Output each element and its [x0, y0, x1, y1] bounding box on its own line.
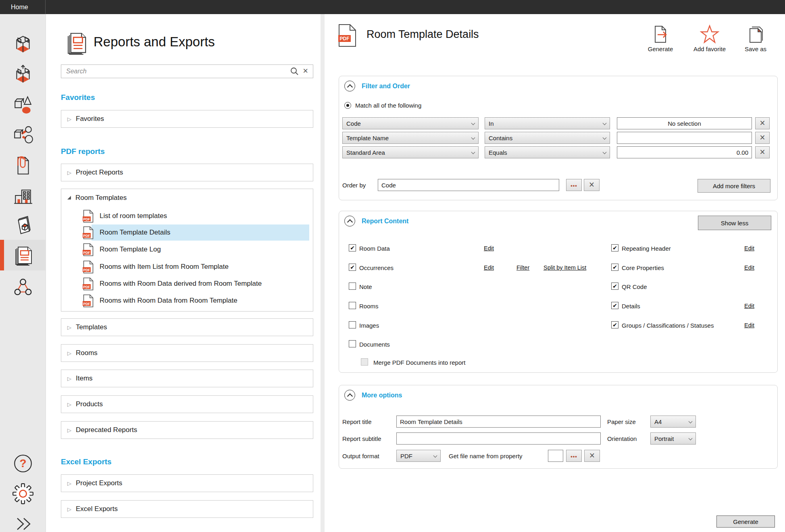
- reports-exports-panel: Reports and Exports × Favorites ▷ Favori…: [46, 14, 321, 532]
- filter-field-dropdown[interactable]: Standard Area: [342, 146, 479, 158]
- search-icon[interactable]: [287, 67, 300, 76]
- items-icon: [12, 125, 33, 146]
- edit-link[interactable]: Edit: [484, 263, 494, 272]
- orientation-dropdown[interactable]: Portrait: [650, 432, 696, 445]
- filter-value-input[interactable]: [617, 146, 752, 158]
- collapse-section-icon[interactable]: [344, 81, 355, 91]
- pdf-file-icon: PDF: [83, 210, 94, 223]
- group-label: Templates: [76, 323, 107, 331]
- radio-selected[interactable]: [344, 102, 351, 109]
- checkbox-checked[interactable]: ✔: [611, 264, 618, 271]
- filter-link[interactable]: Filter: [516, 263, 529, 272]
- filter-operator-dropdown[interactable]: Equals: [485, 146, 610, 158]
- sidebar-item-building[interactable]: [0, 181, 46, 211]
- tree-group-favorites[interactable]: ▷ Favorites: [61, 110, 313, 128]
- report-subtitle-input[interactable]: [396, 432, 601, 445]
- sidebar-item-expand[interactable]: [0, 509, 46, 532]
- tree-item[interactable]: PDF Rooms with Item List from Room Templ…: [61, 259, 313, 275]
- tree-item[interactable]: PDF Room Template Log: [61, 241, 313, 258]
- checkbox-unchecked[interactable]: [349, 340, 356, 347]
- filter-field-dropdown[interactable]: Template Name: [342, 132, 479, 144]
- chevron-down-icon: [603, 150, 607, 154]
- sidebar-item-rooms[interactable]: [0, 29, 46, 60]
- generate-button[interactable]: Generate: [716, 515, 775, 528]
- checkbox-checked[interactable]: ✔: [349, 244, 356, 251]
- collapse-section-icon[interactable]: [344, 390, 355, 401]
- filter-operator-dropdown[interactable]: Contains: [485, 132, 610, 144]
- tab-home[interactable]: Home: [0, 0, 46, 14]
- clear-property-button[interactable]: ×: [584, 450, 600, 462]
- sidebar-item-attachments[interactable]: [0, 150, 46, 181]
- remove-filter-button[interactable]: ×: [755, 146, 770, 158]
- checkbox-checked[interactable]: ✔: [611, 244, 618, 251]
- edit-link[interactable]: Edit: [744, 301, 754, 311]
- edit-link[interactable]: Edit: [744, 263, 754, 272]
- tree-group-templates[interactable]: ▷ Templates: [61, 318, 313, 336]
- checkbox-unchecked[interactable]: [349, 283, 356, 290]
- paper-size-dropdown[interactable]: A4: [650, 416, 696, 428]
- sidebar-item-products[interactable]: [0, 90, 46, 120]
- tree-item-selected[interactable]: PDF Room Template Details: [61, 224, 313, 241]
- tree-item[interactable]: PDF Rooms with Room Data from Room Templ…: [61, 293, 313, 309]
- split-by-item-list-link[interactable]: Split by Item List: [543, 263, 586, 272]
- filter-value-input[interactable]: [617, 132, 752, 144]
- tree-group-deprecated-reports[interactable]: ▷ Deprecated Reports: [61, 421, 313, 439]
- sidebar-item-settings[interactable]: [0, 478, 46, 509]
- group-label: Project Reports: [76, 168, 123, 177]
- clear-order-by-button[interactable]: ×: [584, 179, 600, 191]
- checkbox-checked[interactable]: ✔: [611, 302, 618, 309]
- show-less-button[interactable]: Show less: [698, 216, 771, 230]
- app-window: Home: [0, 0, 785, 532]
- tree-item[interactable]: PDF Rooms with Room Data derived from Ro…: [61, 276, 313, 292]
- chevron-down-icon: [603, 121, 607, 125]
- radio-label: Match all of the following: [355, 102, 421, 109]
- tree-group-items[interactable]: ▷ Items: [61, 370, 313, 387]
- sidebar-item-systems[interactable]: [0, 272, 46, 302]
- add-more-filters-button[interactable]: Add more filters: [698, 179, 770, 193]
- search-input[interactable]: [61, 68, 287, 75]
- filter-operator-dropdown[interactable]: In: [485, 117, 610, 129]
- sidebar-item-room-function[interactable]: [0, 60, 46, 90]
- checkbox-checked[interactable]: ✔: [349, 264, 356, 271]
- filter-field-dropdown[interactable]: Code: [342, 117, 479, 129]
- report-title-input[interactable]: [396, 416, 601, 428]
- tree-item[interactable]: PDF List of room templates: [61, 208, 313, 224]
- collapse-section-icon[interactable]: [344, 216, 355, 227]
- attachment-icon: [12, 155, 33, 176]
- edit-link[interactable]: Edit: [744, 320, 754, 330]
- tree-group-project-reports[interactable]: ▷ Project Reports: [61, 164, 313, 181]
- order-by-input[interactable]: [378, 179, 559, 191]
- add-favorite-action-button[interactable]: Add favorite: [685, 25, 734, 52]
- tree-group-products[interactable]: ▷ Products: [61, 395, 313, 413]
- checkbox-disabled: [361, 358, 368, 366]
- reports-stack-icon: [64, 30, 89, 55]
- edit-link[interactable]: Edit: [744, 243, 754, 253]
- checkbox-unchecked[interactable]: [349, 302, 356, 309]
- sidebar-item-help[interactable]: ?: [0, 448, 46, 478]
- remove-filter-button[interactable]: ×: [755, 132, 770, 144]
- paper-size-label: Paper size: [607, 416, 636, 428]
- systems-icon: [12, 277, 33, 298]
- tree-group-excel-exports[interactable]: ▷ Excel Exports: [61, 500, 313, 518]
- file-name-property-input[interactable]: [548, 450, 563, 462]
- clear-search-icon[interactable]: ×: [300, 66, 313, 77]
- sidebar-item-catalog[interactable]: [0, 211, 46, 241]
- sidebar-item-items[interactable]: [0, 120, 46, 150]
- property-browse-button[interactable]: •••: [566, 450, 582, 462]
- filter-and-order-section: Filter and Order Match all of the follow…: [339, 76, 778, 200]
- sidebar-item-reports[interactable]: [0, 240, 46, 270]
- remove-filter-button[interactable]: ×: [755, 117, 770, 129]
- catalog-icon: [12, 216, 33, 237]
- tree-group-project-exports[interactable]: ▷ Project Exports: [61, 474, 313, 492]
- checkbox-checked[interactable]: ✔: [611, 283, 618, 290]
- filter-value-picker[interactable]: No selection: [617, 117, 752, 129]
- generate-action-button[interactable]: Generate: [636, 25, 685, 52]
- tree-group-rooms[interactable]: ▷ Rooms: [61, 344, 313, 362]
- room-templates-toggle[interactable]: Room Templates: [61, 189, 313, 207]
- checkbox-checked[interactable]: ✔: [611, 321, 618, 328]
- checkbox-unchecked[interactable]: [349, 321, 356, 328]
- save-as-action-button[interactable]: Save as: [731, 25, 780, 52]
- edit-link[interactable]: Edit: [484, 243, 494, 253]
- order-by-browse-button[interactable]: •••: [566, 179, 582, 191]
- output-format-dropdown[interactable]: PDF: [396, 450, 441, 462]
